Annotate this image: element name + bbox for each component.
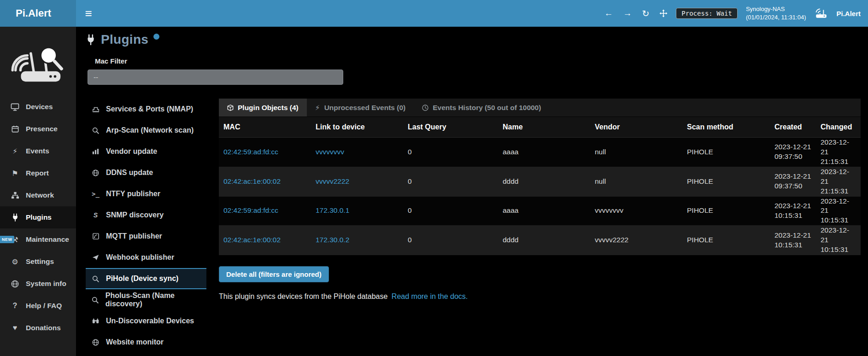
content-row: Services & Ports (NMAP) Arp-Scan (Networ…	[76, 99, 868, 353]
nas-time: (01/01/2024, 11:31:04)	[746, 13, 806, 22]
plugin-item-label: Arp-Scan (Network scan)	[106, 126, 194, 134]
created-cell: 2023-12-21 09:37:50	[770, 138, 816, 167]
plugin-item-label: Pholus-Scan (Name discovery)	[106, 292, 206, 308]
column-header: Link to device	[311, 117, 403, 137]
page-title: Plugins	[101, 32, 148, 47]
plugin-item-ddns-update[interactable]: DDNS update	[86, 162, 206, 183]
refresh-icon[interactable]: ↻	[642, 8, 649, 19]
tab-plugin-objects[interactable]: Plugin Objects (4)	[219, 99, 307, 117]
scan-method-cell: PIHOLE	[682, 138, 770, 167]
docs-link[interactable]: Read more in the docs.	[392, 292, 468, 300]
hamburger-icon[interactable]: ≡	[76, 0, 101, 27]
topbar-right: ← → ↻ Process: Wait Synology-NAS (01/01/…	[604, 0, 868, 27]
clock-icon	[422, 105, 428, 111]
table-row: 02:42:59:ad:fd:cc vvvvvvvv 0 aaaa null P…	[219, 138, 861, 167]
search-icon	[91, 127, 100, 134]
main-content: Plugins Mac Filter Services & Ports (NMA…	[76, 27, 868, 356]
topbar-app-name: Pi.Alert	[836, 10, 861, 18]
sidebar-item-plugins[interactable]: Plugins	[0, 206, 76, 228]
last-query-cell: 0	[403, 197, 498, 226]
plugin-item-services-ports[interactable]: Services & Ports (NMAP)	[86, 99, 206, 120]
sidebar-item-label: Help / FAQ	[26, 302, 62, 310]
table-row: 02:42:59:ad:fd:cc 172.30.0.1 0 aaaa vvvv…	[219, 197, 861, 226]
sidebar-item-donations[interactable]: ♥ Donations	[0, 317, 76, 339]
plugin-item-label: Website monitor	[106, 338, 164, 346]
plugin-item-label: DDNS update	[106, 169, 153, 177]
column-header: Last Query	[403, 117, 498, 137]
plugin-item-arp-scan[interactable]: Arp-Scan (Network scan)	[86, 120, 206, 141]
column-header: MAC	[219, 117, 311, 137]
column-header: Scan method	[682, 117, 770, 137]
mac-link[interactable]: 02:42:59:ad:fd:cc	[223, 147, 278, 157]
tab-events-history[interactable]: Events History (50 out of 10000)	[414, 99, 549, 117]
plugin-item-pholus-scan[interactable]: Pholus-Scan (Name discovery)	[86, 289, 206, 310]
sidebar-item-presence[interactable]: Presence	[0, 118, 76, 140]
delete-all-button[interactable]: Delete all (filters are ignored)	[219, 266, 329, 282]
scan-method-cell: PIHOLE	[682, 226, 770, 255]
device-link[interactable]: vvvvv2222	[316, 177, 349, 187]
forward-arrow-icon[interactable]: →	[623, 8, 632, 18]
sidebar-item-devices[interactable]: Devices	[0, 96, 76, 118]
binoculars-icon	[91, 318, 100, 324]
terminal-icon: >_	[91, 190, 100, 198]
nas-info: Synology-NAS (01/01/2024, 11:31:04)	[746, 5, 806, 21]
back-arrow-icon[interactable]: ←	[604, 8, 613, 18]
plugin-item-label: Un-Discoverable Devices	[106, 317, 194, 325]
plugin-item-undiscoverable-devices[interactable]: Un-Discoverable Devices	[86, 310, 206, 332]
plugin-description: This plugin syncs devices from the PiHol…	[219, 292, 861, 301]
last-query-cell: 0	[403, 167, 498, 196]
mac-filter-input[interactable]	[88, 70, 343, 85]
name-cell: aaaa	[498, 138, 590, 167]
sidebar-item-label: Events	[26, 147, 49, 155]
vendor-cell: vvvvvvvv	[590, 197, 682, 226]
sidebar-item-label: Donations	[26, 324, 61, 332]
changed-cell: 2023-12-21 10:15:31	[816, 226, 861, 255]
plugin-item-webhook-publisher[interactable]: Webhook publisher	[86, 247, 206, 268]
column-header: Name	[498, 117, 590, 137]
tab-bar: Plugin Objects (4) ⚡ Unprocessed Events …	[219, 99, 861, 117]
tab-label: Events History (50 out of 10000)	[433, 104, 541, 112]
sidebar-item-help-faq[interactable]: ? Help / FAQ	[0, 295, 76, 317]
app-brand[interactable]: Pi.Alert	[0, 0, 76, 27]
sidebar-item-system-info[interactable]: System info	[0, 273, 76, 295]
move-icon[interactable]	[659, 9, 668, 18]
plugin-item-mqtt-publisher[interactable]: MQTT publisher	[86, 226, 206, 247]
sidebar-item-label: Devices	[26, 103, 53, 111]
paper-plane-icon	[91, 254, 100, 261]
globe-icon	[91, 169, 100, 176]
device-link[interactable]: 172.30.0.1	[316, 206, 349, 216]
mac-link[interactable]: 02:42:59:ad:fd:cc	[223, 206, 278, 216]
sidebar-item-network[interactable]: Network	[0, 184, 76, 206]
nas-name: Synology-NAS	[746, 5, 806, 13]
device-link[interactable]: 172.30.0.2	[316, 235, 349, 245]
plugin-detail-panel: Plugin Objects (4) ⚡ Unprocessed Events …	[219, 99, 868, 353]
plug-icon	[86, 34, 96, 45]
plug-icon	[10, 213, 20, 222]
plugin-item-label: MQTT publisher	[106, 232, 162, 240]
sidebar-item-label: System info	[26, 280, 66, 288]
scan-method-cell: PIHOLE	[682, 197, 770, 226]
cube-icon	[227, 105, 234, 111]
ethernet-icon	[91, 106, 100, 112]
sidebar-item-maintenance[interactable]: NEW ⚒ Maintenance	[0, 228, 76, 251]
changed-cell: 2023-12-21 21:15:31	[816, 138, 861, 167]
bolt-icon: ⚡	[10, 147, 20, 156]
globe-icon	[10, 280, 20, 288]
sidebar-item-label: Presence	[26, 125, 58, 133]
tab-unprocessed-events[interactable]: ⚡ Unprocessed Events (0)	[307, 99, 414, 117]
plugin-description-text: This plugin syncs devices from the PiHol…	[219, 292, 387, 300]
device-link[interactable]: vvvvvvvv	[316, 147, 344, 157]
plugin-item-ntfy-publisher[interactable]: >_ NTFY publisher	[86, 183, 206, 204]
column-header: Created	[770, 117, 816, 137]
plugin-item-vendor-update[interactable]: Vendor update	[86, 141, 206, 162]
plugin-item-pihole[interactable]: PiHole (Device sync)	[86, 268, 206, 289]
plugin-item-snmp-discovery[interactable]: S SNMP discovery	[86, 204, 206, 226]
sidebar-item-settings[interactable]: ⚙ Settings	[0, 251, 76, 273]
mac-link[interactable]: 02:42:ac:1e:00:02	[223, 235, 281, 245]
mac-link[interactable]: 02:42:ac:1e:00:02	[223, 177, 281, 187]
plugin-item-website-monitor[interactable]: Website monitor	[86, 332, 206, 353]
question-icon: ?	[10, 302, 20, 310]
vendor-cell: vvvvv2222	[590, 226, 682, 255]
sidebar-item-report[interactable]: ⚑ Report	[0, 162, 76, 184]
sidebar-item-events[interactable]: ⚡ Events	[0, 140, 76, 162]
